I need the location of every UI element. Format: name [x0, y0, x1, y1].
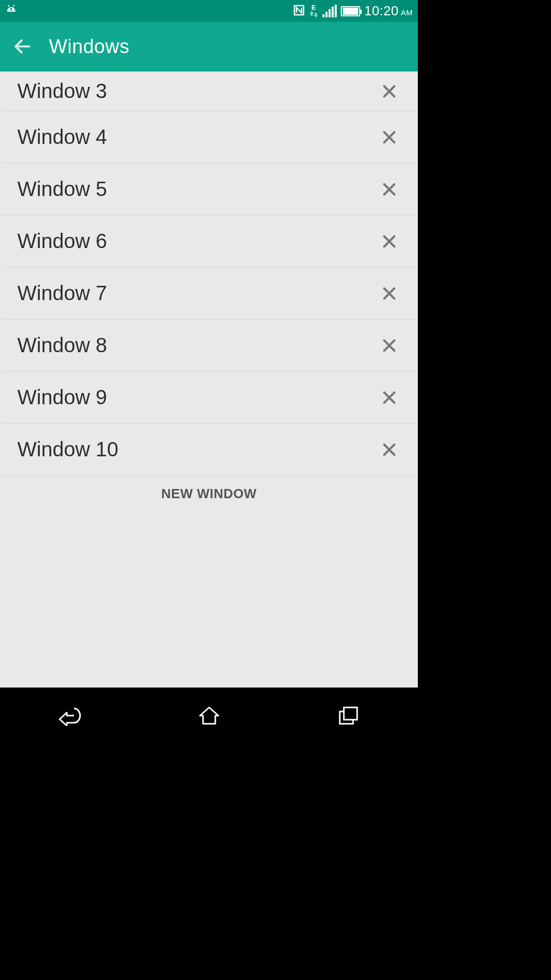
status-bar: E 10:20 AM [0, 0, 418, 22]
clock-time: 10:20 [364, 3, 399, 19]
close-icon[interactable] [378, 80, 400, 103]
window-label: Window 4 [17, 126, 107, 149]
close-icon[interactable] [378, 178, 400, 201]
svg-line-1 [13, 5, 14, 7]
close-icon[interactable] [378, 438, 400, 461]
window-list: Window 3Window 4Window 5Window 6Window 7… [0, 71, 418, 688]
window-label: Window 5 [17, 178, 107, 201]
close-icon[interactable] [378, 334, 400, 357]
page-title: Windows [49, 36, 130, 58]
window-label: Window 6 [17, 230, 107, 253]
close-icon[interactable] [378, 230, 400, 253]
battery-icon [341, 6, 360, 16]
window-row[interactable]: Window 5 [2, 163, 416, 215]
window-label: Window 9 [17, 386, 107, 409]
svg-rect-23 [344, 707, 357, 720]
nfc-icon [293, 4, 305, 18]
signal-icon [322, 5, 337, 17]
window-label: Window 7 [17, 282, 107, 305]
nav-recent-button[interactable] [328, 700, 369, 731]
window-row[interactable]: Window 4 [2, 111, 416, 163]
window-row[interactable]: Window 6 [2, 215, 416, 267]
new-window-button[interactable]: NEW WINDOW [0, 476, 418, 512]
window-row[interactable]: Window 8 [2, 320, 416, 372]
app-bar: Windows [0, 22, 418, 71]
close-icon[interactable] [378, 386, 400, 409]
data-network-icon: E [309, 4, 318, 18]
svg-point-2 [9, 9, 10, 10]
close-icon[interactable] [378, 282, 400, 305]
window-row[interactable]: Window 10 [2, 424, 416, 476]
clock-ampm: AM [401, 8, 413, 17]
new-window-label: NEW WINDOW [161, 486, 257, 502]
svg-line-0 [8, 5, 9, 7]
window-label: Window 8 [17, 334, 107, 357]
svg-point-3 [12, 9, 13, 10]
close-icon[interactable] [378, 126, 400, 149]
nav-home-button[interactable] [189, 700, 230, 731]
android-debug-icon [5, 4, 17, 18]
back-button[interactable] [10, 34, 35, 59]
window-row[interactable]: Window 3 [2, 71, 416, 111]
window-label: Window 3 [17, 80, 107, 103]
clock: 10:20 AM [364, 3, 413, 19]
window-row[interactable]: Window 9 [2, 372, 416, 424]
nav-back-button[interactable] [49, 700, 90, 731]
window-label: Window 10 [17, 438, 118, 461]
network-type-label: E [312, 4, 316, 11]
window-row[interactable]: Window 7 [2, 267, 416, 320]
navigation-bar [0, 688, 418, 743]
